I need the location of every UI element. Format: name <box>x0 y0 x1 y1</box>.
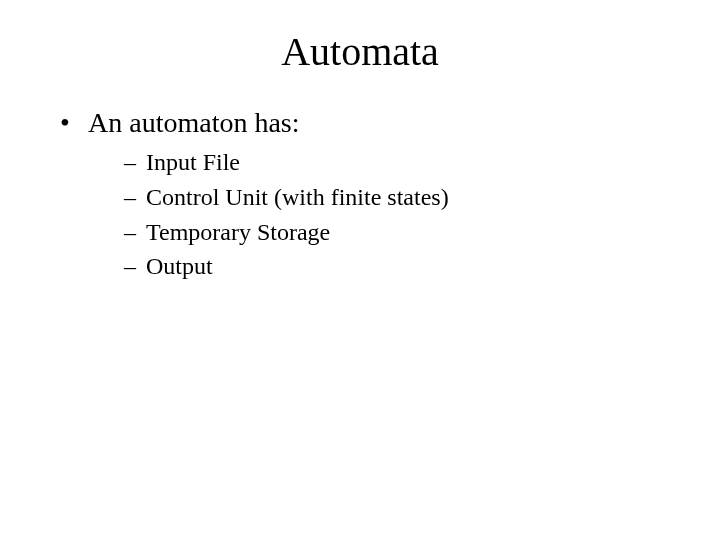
sub-item-text: Input File <box>146 149 240 175</box>
sub-item-text: Output <box>146 253 213 279</box>
sub-item-text: Temporary Storage <box>146 219 330 245</box>
sub-item-text: Control Unit (with finite states) <box>146 184 449 210</box>
sub-list: Input File Control Unit (with finite sta… <box>88 145 690 284</box>
sub-item: Control Unit (with finite states) <box>124 180 690 215</box>
slide-container: Automata An automaton has: Input File Co… <box>0 0 720 540</box>
bullet-list: An automaton has: Input File Control Uni… <box>30 107 690 284</box>
bullet-item: An automaton has: Input File Control Uni… <box>60 107 690 284</box>
slide-title: Automata <box>30 28 690 75</box>
bullet-text: An automaton has: <box>88 107 300 138</box>
sub-item: Temporary Storage <box>124 215 690 250</box>
sub-item: Input File <box>124 145 690 180</box>
sub-item: Output <box>124 249 690 284</box>
